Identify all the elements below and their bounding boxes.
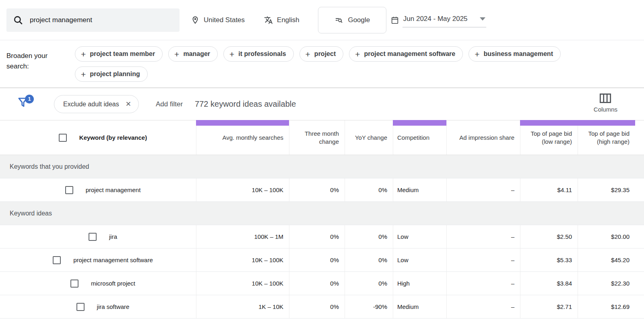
suggestion-chips: + project team member + manager + it pro… [75,45,610,82]
competition-cell: Low [393,225,446,248]
avg-monthly-searches-cell: 100K – 1M [196,225,289,248]
search-input[interactable]: project management [6,8,180,32]
broaden-search-section: Broaden your search: + project team memb… [0,40,644,88]
top-toolbar: project management United States English [0,0,644,40]
broaden-chip[interactable]: + project planning [75,66,148,82]
section-label: Keywords that you provided [0,155,644,178]
columns-label: Columns [594,106,617,113]
network-label: Google [348,16,370,24]
ad-impression-share-cell: – [446,225,520,248]
avg-monthly-searches-cell: 10K – 100K [196,249,289,271]
network-selector[interactable]: Google [318,7,386,33]
header-yoy-change[interactable]: YoY change [345,120,393,155]
table-row: jira software 1K – 10K 0% -90% Medium – … [0,295,644,319]
table-row: jira 100K – 1M 0% 0% Low – $2.50 $20.00 [0,225,644,249]
header-bid-high[interactable]: Top of page bid (high range) [578,120,635,155]
broaden-chip-label: project management software [364,50,455,58]
ad-impression-share-cell: – [446,272,520,295]
bid-high-cell: $22.30 [578,272,635,295]
search-network-icon [334,15,348,25]
bid-low-cell: $4.11 [520,178,578,201]
broaden-chip-label: project planning [90,70,140,78]
bid-low-cell: $3.84 [520,272,578,295]
search-icon [13,15,23,25]
yoy-change-cell: 0% [345,225,393,248]
ad-impression-share-cell: – [446,249,520,271]
broaden-chip[interactable]: + it professionals [223,46,294,62]
row-checkbox[interactable] [70,280,78,288]
keyword-text: jira [109,233,117,240]
add-filter-button[interactable]: Add filter [156,100,183,108]
broaden-chip[interactable]: + project [299,46,344,62]
keyword-text: project management software [73,257,153,263]
table-section-row: Keywords that you provided [0,155,644,178]
header-three-month-change[interactable]: Three month change [289,120,345,155]
competition-cell: Low [393,249,446,271]
location-pin-icon [191,16,204,25]
broaden-chip-label: business management [483,50,553,58]
row-checkbox[interactable] [76,303,85,311]
keyword-cell: project management software [0,249,196,271]
row-checkbox[interactable] [53,256,61,264]
row-checkbox[interactable] [65,186,73,194]
plus-icon: + [229,50,234,58]
keyword-cell: project management [0,178,196,201]
broaden-chip[interactable]: + business management [469,46,561,62]
header-competition[interactable]: Competition [393,120,446,155]
location-label: United States [204,16,245,24]
language-selector[interactable]: English [264,16,299,25]
table-body: Keywords that you provided project manag… [0,155,644,319]
date-range-selector[interactable]: Jun 2024 - May 2025 [390,12,486,27]
keyword-cell: microsoft project [0,272,196,295]
plus-icon: + [355,50,360,58]
close-icon[interactable]: ✕ [126,100,131,108]
broaden-search-label: Broaden your search: [6,45,59,82]
active-filter-chip[interactable]: Exclude adult ideas ✕ [54,95,139,113]
broaden-chip[interactable]: + manager [168,46,218,62]
row-checkbox[interactable] [89,233,97,241]
competition-cell: Medium [393,295,446,318]
section-label: Keyword ideas [0,202,644,225]
table-row: microsoft project 10K – 100K 0% 0% High … [0,272,644,295]
search-query: project management [30,16,92,24]
header-avg-monthly-searches[interactable]: Avg. monthly searches [196,120,289,155]
bid-high-cell: $29.35 [578,178,635,201]
three-month-change-cell: 0% [289,272,345,295]
yoy-change-cell: 0% [345,249,393,271]
header-keyword[interactable]: Keyword (by relevance) [0,120,196,155]
broaden-chip[interactable]: + project management software [349,46,463,62]
broaden-chip-label: it professionals [238,50,286,58]
bid-high-cell: $45.20 [578,249,635,271]
keyword-text: project management [86,186,141,193]
select-all-checkbox[interactable] [59,134,67,142]
three-month-change-cell: 0% [289,225,345,248]
active-filter-label: Exclude adult ideas [63,101,119,108]
plus-icon: + [475,50,479,58]
header-bid-low[interactable]: Top of page bid (low range) [520,120,578,155]
keyword-text: jira software [97,303,130,310]
bid-low-cell: $2.50 [520,225,578,248]
keywords-table: Keyword (by relevance) Avg. monthly sear… [0,120,644,319]
filter-button[interactable]: 1 [17,95,31,113]
bid-low-cell: $2.71 [520,295,578,318]
table-row: project management software 10K – 100K 0… [0,249,644,272]
translate-icon [264,16,277,25]
filter-count-badge: 1 [25,95,34,104]
location-selector[interactable]: United States [191,16,245,25]
yoy-change-cell: -90% [345,295,393,318]
broaden-chip-label: project [314,50,336,58]
bid-low-cell: $5.33 [520,249,578,271]
columns-button[interactable]: Columns [594,93,617,113]
broaden-chip[interactable]: + project team member [75,46,163,62]
columns-icon [599,93,611,104]
plus-icon: + [81,70,86,79]
calendar-icon [390,16,399,25]
three-month-change-cell: 0% [289,249,345,271]
ad-impression-share-cell: – [446,178,520,201]
header-ad-impression-share[interactable]: Ad impression share [446,120,520,155]
date-range-label: Jun 2024 - May 2025 [403,15,468,23]
plus-icon: + [305,50,310,58]
language-label: English [277,16,299,24]
ad-impression-share-cell: – [446,295,520,318]
yoy-change-cell: 0% [345,178,393,201]
